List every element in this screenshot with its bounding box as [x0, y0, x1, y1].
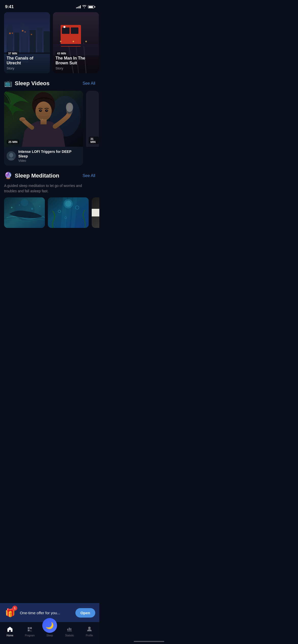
video-thumbnail-asmr: C R 25 MIN: [4, 91, 83, 147]
card-title-brownsuit: The Man In The Brown Suit: [56, 56, 96, 65]
svg-point-30: [73, 41, 74, 42]
meditation-description: A guided sleep meditation to let go of w…: [0, 183, 99, 197]
svg-text:C R: C R: [40, 118, 43, 121]
svg-point-57: [21, 199, 28, 206]
sleep-meditation-see-all[interactable]: See All: [83, 173, 95, 178]
video-card-asmr[interactable]: C R 25 MIN Intense LOFI Triggers for DEE…: [4, 91, 83, 166]
svg-point-42: [66, 103, 73, 112]
svg-rect-64: [92, 209, 99, 216]
video-cards-row: C R 25 MIN Intense LOFI Triggers for DEE…: [0, 91, 99, 166]
svg-point-38: [35, 101, 52, 121]
svg-rect-25: [71, 27, 78, 34]
svg-rect-1: [7, 27, 13, 53]
sleep-meditation-title-wrap: 🔮 Sleep Meditation: [4, 172, 59, 180]
status-bar: 9:41: [0, 0, 99, 12]
card-info-canals: The Canals of Utrecht Story: [4, 53, 50, 73]
status-icons: [76, 5, 94, 9]
svg-rect-28: [53, 44, 99, 46]
svg-point-29: [60, 41, 61, 42]
svg-point-56: [39, 206, 40, 207]
battery-icon: [88, 5, 94, 8]
wifi-icon: [82, 5, 86, 9]
card-title-canals: The Canals of Utrecht: [7, 56, 47, 65]
meditation-card-3[interactable]: [92, 197, 99, 228]
svg-point-31: [85, 41, 87, 42]
video-avatar-asmr: [7, 151, 16, 160]
sleep-meditation-title: Sleep Meditation: [15, 172, 59, 179]
svg-point-54: [19, 204, 20, 206]
sleep-videos-see-all[interactable]: See All: [83, 81, 95, 86]
sleep-videos-emoji: 📺: [4, 79, 12, 87]
svg-rect-10: [12, 33, 13, 34]
video-title-asmr: Intense LOFI Triggers for DEEP Sleep: [18, 149, 80, 158]
svg-point-60: [65, 201, 71, 207]
svg-rect-6: [30, 30, 36, 53]
video-card-info-asmr: Intense LOFI Triggers for DEEP Sleep Vid…: [4, 147, 83, 166]
stories-row: 37 MIN The Canals of Utrecht Story: [0, 12, 99, 73]
svg-point-47: [46, 110, 47, 111]
svg-rect-13: [31, 34, 32, 35]
svg-rect-7: [37, 27, 42, 53]
story-card-brownsuit[interactable]: 43 MIN The Man In The Brown Suit Story: [53, 12, 99, 73]
card-info-brownsuit: The Man In The Brown Suit Story: [53, 53, 99, 73]
video-duration-second: 31 MIN: [89, 137, 99, 144]
svg-point-46: [40, 110, 41, 111]
card-type-canals: Story: [7, 66, 47, 70]
video-type-asmr: Video: [18, 159, 80, 163]
meditation-card-1[interactable]: [4, 197, 45, 228]
svg-rect-11: [22, 30, 23, 32]
meditation-card-2[interactable]: [48, 197, 89, 228]
sleep-videos-title: Sleep Videos: [15, 80, 50, 87]
sleep-videos-header: 📺 Sleep Videos See All: [0, 73, 99, 91]
video-card-second[interactable]: 31 MIN: [86, 91, 99, 166]
svg-rect-12: [24, 31, 26, 33]
svg-rect-4: [21, 26, 28, 53]
svg-rect-2: [8, 25, 12, 29]
svg-rect-24: [62, 27, 70, 34]
svg-rect-3: [14, 33, 19, 53]
signal-icon: [76, 5, 81, 8]
svg-point-43: [19, 117, 25, 121]
status-time: 9:41: [5, 4, 14, 9]
sleep-videos-title-wrap: 📺 Sleep Videos: [4, 79, 50, 87]
svg-rect-8: [44, 31, 50, 53]
svg-rect-9: [9, 33, 11, 34]
svg-point-50: [9, 153, 13, 157]
card-type-brownsuit: Story: [56, 66, 96, 70]
video-thumbnail-second: 31 MIN: [86, 91, 99, 147]
story-card-canals[interactable]: 37 MIN The Canals of Utrecht Story: [4, 12, 50, 73]
svg-rect-26: [62, 35, 80, 43]
video-meta-asmr: Intense LOFI Triggers for DEEP Sleep Vid…: [18, 149, 80, 163]
meditation-cards-row: [0, 197, 99, 228]
svg-point-55: [31, 208, 33, 210]
svg-point-53: [11, 207, 12, 208]
svg-rect-5: [22, 24, 24, 27]
main-content: 37 MIN The Canals of Utrecht Story: [0, 12, 99, 274]
sleep-meditation-header: 🔮 Sleep Meditation See All: [0, 166, 99, 183]
sleep-meditation-emoji: 🔮: [4, 172, 12, 180]
video-duration-asmr: 25 MIN: [7, 140, 19, 144]
svg-point-27: [63, 26, 65, 28]
